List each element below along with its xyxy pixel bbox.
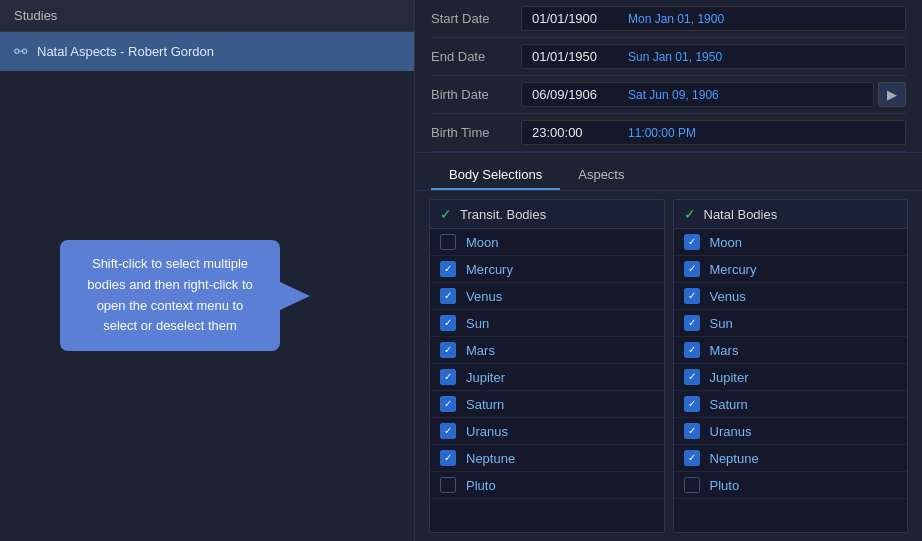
transit-bodies-header: ✓ Transit. Bodies — [430, 200, 664, 229]
birth-date-nav-button[interactable]: ▶ — [878, 82, 906, 107]
natal-body-row[interactable]: Mercury — [674, 256, 908, 283]
birth-time-row: Birth Time 23:00:00 11:00:00 PM — [431, 114, 906, 152]
end-date-field[interactable]: 01/01/1950 Sun Jan 01, 1950 — [521, 44, 906, 69]
natal-header-label: Natal Bodies — [704, 207, 778, 222]
transit-body-name: Sun — [466, 316, 489, 331]
transit-checkbox[interactable] — [440, 288, 456, 304]
transit-bodies-list: MoonMercuryVenusSunMarsJupiterSaturnUran… — [430, 229, 664, 532]
start-date-row: Start Date 01/01/1900 Mon Jan 01, 1900 — [431, 0, 906, 38]
birth-time-field[interactable]: 23:00:00 11:00:00 PM — [521, 120, 906, 145]
transit-checkbox[interactable] — [440, 369, 456, 385]
transit-checkbox[interactable] — [440, 342, 456, 358]
natal-checkbox[interactable] — [684, 261, 700, 277]
end-date-row: End Date 01/01/1950 Sun Jan 01, 1950 — [431, 38, 906, 76]
right-panel: Start Date 01/01/1900 Mon Jan 01, 1900 E… — [415, 0, 922, 541]
transit-checkbox[interactable] — [440, 450, 456, 466]
studies-header: Studies — [0, 0, 414, 32]
transit-checkbox[interactable] — [440, 423, 456, 439]
transit-checkbox[interactable] — [440, 234, 456, 250]
birth-date-row: Birth Date 06/09/1906 Sat Jun 09, 1906 ▶ — [431, 76, 906, 114]
tab-aspects[interactable]: Aspects — [560, 161, 642, 190]
transit-body-row[interactable]: Sun — [430, 310, 664, 337]
transit-body-name: Moon — [466, 235, 499, 250]
birth-date-label: Birth Date — [431, 87, 521, 102]
tooltip-text: Shift-click to select multiple bodies an… — [87, 256, 252, 333]
natal-bodies-list: MoonMercuryVenusSunMarsJupiterSaturnUran… — [674, 229, 908, 532]
natal-checkbox[interactable] — [684, 450, 700, 466]
selections-area: ✓ Transit. Bodies MoonMercuryVenusSunMar… — [415, 191, 922, 541]
natal-bodies-header: ✓ Natal Bodies — [674, 200, 908, 229]
natal-checkbox[interactable] — [684, 423, 700, 439]
natal-checkbox[interactable] — [684, 288, 700, 304]
natal-body-name: Saturn — [710, 397, 748, 412]
transit-body-name: Jupiter — [466, 370, 505, 385]
transit-body-row[interactable]: Saturn — [430, 391, 664, 418]
start-date-value: 01/01/1900 — [532, 11, 612, 26]
natal-body-row[interactable]: Neptune — [674, 445, 908, 472]
tooltip-box: Shift-click to select multiple bodies an… — [60, 240, 280, 351]
natal-body-row[interactable]: Saturn — [674, 391, 908, 418]
tab-body-selections[interactable]: Body Selections — [431, 161, 560, 190]
transit-body-row[interactable]: Mercury — [430, 256, 664, 283]
transit-body-name: Mercury — [466, 262, 513, 277]
start-date-alt: Mon Jan 01, 1900 — [628, 12, 724, 26]
natal-body-name: Moon — [710, 235, 743, 250]
study-label: Natal Aspects - Robert Gordon — [37, 44, 214, 59]
natal-checkbox[interactable] — [684, 234, 700, 250]
natal-body-row[interactable]: Uranus — [674, 418, 908, 445]
natal-body-name: Mars — [710, 343, 739, 358]
natal-body-row[interactable]: Mars — [674, 337, 908, 364]
form-section: Start Date 01/01/1900 Mon Jan 01, 1900 E… — [415, 0, 922, 153]
birth-date-value: 06/09/1906 — [532, 87, 612, 102]
transit-header-label: Transit. Bodies — [460, 207, 546, 222]
natal-body-name: Uranus — [710, 424, 752, 439]
natal-body-row[interactable]: Venus — [674, 283, 908, 310]
transit-body-name: Uranus — [466, 424, 508, 439]
transit-checkbox[interactable] — [440, 396, 456, 412]
transit-body-row[interactable]: Pluto — [430, 472, 664, 499]
study-icon: ⚯ — [14, 42, 27, 61]
transit-body-name: Pluto — [466, 478, 496, 493]
transit-body-row[interactable]: Mars — [430, 337, 664, 364]
natal-bodies-column: ✓ Natal Bodies MoonMercuryVenusSunMarsJu… — [673, 199, 909, 533]
transit-body-name: Mars — [466, 343, 495, 358]
transit-body-row[interactable]: Venus — [430, 283, 664, 310]
transit-checkbox[interactable] — [440, 261, 456, 277]
natal-body-name: Neptune — [710, 451, 759, 466]
natal-body-name: Sun — [710, 316, 733, 331]
natal-checkbox[interactable] — [684, 342, 700, 358]
natal-body-row[interactable]: Jupiter — [674, 364, 908, 391]
start-date-label: Start Date — [431, 11, 521, 26]
transit-body-row[interactable]: Jupiter — [430, 364, 664, 391]
natal-body-name: Jupiter — [710, 370, 749, 385]
natal-body-name: Pluto — [710, 478, 740, 493]
transit-checkbox[interactable] — [440, 315, 456, 331]
birth-time-label: Birth Time — [431, 125, 521, 140]
tooltip-arrow — [280, 282, 310, 310]
transit-body-row[interactable]: Neptune — [430, 445, 664, 472]
natal-checkbox[interactable] — [684, 369, 700, 385]
natal-checkbox[interactable] — [684, 396, 700, 412]
transit-bodies-column: ✓ Transit. Bodies MoonMercuryVenusSunMar… — [429, 199, 665, 533]
end-date-alt: Sun Jan 01, 1950 — [628, 50, 722, 64]
transit-check-icon: ✓ — [440, 206, 452, 222]
transit-body-name: Venus — [466, 289, 502, 304]
transit-checkbox[interactable] — [440, 477, 456, 493]
birth-time-value: 23:00:00 — [532, 125, 612, 140]
natal-check-icon: ✓ — [684, 206, 696, 222]
start-date-field[interactable]: 01/01/1900 Mon Jan 01, 1900 — [521, 6, 906, 31]
natal-body-row[interactable]: Pluto — [674, 472, 908, 499]
natal-body-row[interactable]: Sun — [674, 310, 908, 337]
transit-body-name: Neptune — [466, 451, 515, 466]
natal-body-row[interactable]: Moon — [674, 229, 908, 256]
study-item[interactable]: ⚯ Natal Aspects - Robert Gordon — [0, 32, 414, 71]
transit-body-row[interactable]: Moon — [430, 229, 664, 256]
transit-body-row[interactable]: Uranus — [430, 418, 664, 445]
natal-body-name: Mercury — [710, 262, 757, 277]
birth-date-field[interactable]: 06/09/1906 Sat Jun 09, 1906 — [521, 82, 874, 107]
natal-checkbox[interactable] — [684, 477, 700, 493]
birth-time-alt: 11:00:00 PM — [628, 126, 696, 140]
natal-body-name: Venus — [710, 289, 746, 304]
natal-checkbox[interactable] — [684, 315, 700, 331]
end-date-value: 01/01/1950 — [532, 49, 612, 64]
